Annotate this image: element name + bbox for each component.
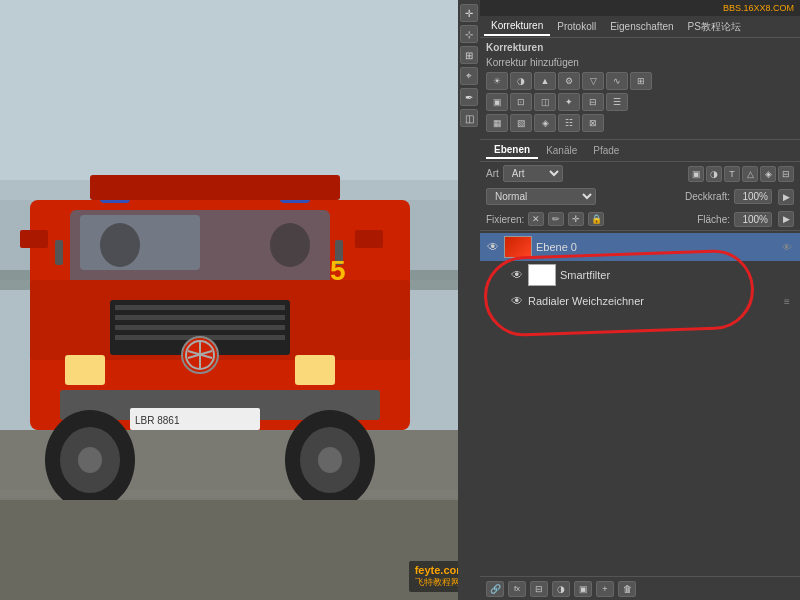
korr-icon-3[interactable]: ▲: [534, 72, 556, 90]
svg-rect-26: [90, 175, 340, 200]
svg-point-39: [318, 447, 342, 473]
layer-thumb-smartfilter: [528, 264, 556, 286]
layers-bottom: 🔗 fx ⊟ ◑ ▣ + 🗑: [480, 576, 800, 600]
layer-name-radial: Radialer Weichzeichner: [528, 295, 776, 307]
layer-badge-radial: ≡: [780, 294, 794, 308]
korr-icon-12[interactable]: ⊟: [582, 93, 604, 111]
svg-rect-12: [115, 315, 285, 320]
right-panel: BBS.16XX8.COM Korrekturen Protokoll Eige…: [480, 0, 800, 600]
svg-text:LBR 8861: LBR 8861: [135, 415, 180, 426]
sublayer-smartfilter[interactable]: 👁 Smartfilter: [480, 261, 800, 289]
tool-crop[interactable]: ⊞: [460, 46, 478, 64]
svg-text:5: 5: [330, 255, 346, 286]
layer-name-smartfilter: Smartfilter: [560, 269, 794, 281]
btn-link-layers[interactable]: 🔗: [486, 581, 504, 597]
korrekturen-title: Korrekturen: [486, 42, 794, 53]
panel-tabs-row: Korrekturen Protokoll Eigenschaften PS教程…: [480, 16, 800, 38]
tool-select[interactable]: ⊹: [460, 25, 478, 43]
layer-badge-ebene0: 👁: [780, 240, 794, 254]
site-url: BBS.16XX8.COM: [723, 3, 794, 13]
layer-name-ebene0: Ebene 0: [536, 241, 776, 253]
korr-icon-5[interactable]: ▽: [582, 72, 604, 90]
svg-rect-44: [355, 230, 383, 248]
kind-icon-smart[interactable]: ◈: [760, 166, 776, 182]
korr-icon-2[interactable]: ◑: [510, 72, 532, 90]
fix-icon-lock[interactable]: 🔒: [588, 212, 604, 226]
tab-ps-forum[interactable]: PS教程论坛: [681, 17, 748, 37]
korr-icon-8[interactable]: ▣: [486, 93, 508, 111]
korr-icon-15[interactable]: ▧: [510, 114, 532, 132]
svg-rect-21: [65, 355, 105, 385]
opacity-input[interactable]: [734, 189, 772, 204]
korr-icon-1[interactable]: ☀: [486, 72, 508, 90]
fix-icon-check[interactable]: ✕: [528, 212, 544, 226]
btn-delete-layer[interactable]: 🗑: [618, 581, 636, 597]
korr-icons-row1: ☀ ◑ ▲ ⚙ ▽ ∿ ⊞: [486, 72, 794, 90]
tool-move[interactable]: ✛: [460, 4, 478, 22]
kind-icon-delete[interactable]: ⊟: [778, 166, 794, 182]
btn-mask[interactable]: ⊟: [530, 581, 548, 597]
layer-item-ebene0[interactable]: 👁 Ebene 0 👁: [480, 233, 800, 261]
korr-icon-4[interactable]: ⚙: [558, 72, 580, 90]
korr-icon-9[interactable]: ⊡: [510, 93, 532, 111]
korr-icon-17[interactable]: ☷: [558, 114, 580, 132]
btn-group[interactable]: ▣: [574, 581, 592, 597]
flaeche-arrow[interactable]: ▶: [778, 211, 794, 227]
kind-icon-shape[interactable]: △: [742, 166, 758, 182]
top-bar: BBS.16XX8.COM: [480, 0, 800, 16]
svg-rect-27: [55, 240, 63, 265]
canvas-area: 5 LBR 8861: [0, 0, 480, 600]
svg-rect-43: [20, 230, 48, 248]
btn-new-layer[interactable]: +: [596, 581, 614, 597]
tab-pfade[interactable]: Pfade: [585, 143, 627, 158]
blend-row: Normal Auflösen Abdunkeln Multiplizieren…: [480, 185, 800, 208]
svg-rect-22: [295, 355, 335, 385]
eye-icon-radial[interactable]: 👁: [510, 294, 524, 308]
eye-icon-ebene0[interactable]: 👁: [486, 240, 500, 254]
fix-icon-pencil[interactable]: ✏: [548, 212, 564, 226]
tab-korrekturen[interactable]: Korrekturen: [484, 17, 550, 36]
korr-icon-10[interactable]: ◫: [534, 93, 556, 111]
fixieren-label: Fixieren:: [486, 214, 524, 225]
tab-eigenschaften[interactable]: Eigenschaften: [603, 18, 680, 35]
korrekturen-section: Korrekturen Korrektur hinzufügen ☀ ◑ ▲ ⚙…: [480, 38, 800, 140]
korr-icon-11[interactable]: ✦: [558, 93, 580, 111]
svg-point-30: [270, 223, 310, 267]
korr-icon-16[interactable]: ◈: [534, 114, 556, 132]
tool-eraser[interactable]: ◫: [460, 109, 478, 127]
fix-icon-move[interactable]: ✛: [568, 212, 584, 226]
btn-fx[interactable]: fx: [508, 581, 526, 597]
svg-point-29: [100, 223, 140, 267]
kind-label: Art: [486, 168, 499, 179]
layer-thumb-ebene0: [504, 236, 532, 258]
kind-icon-pixel[interactable]: ▣: [688, 166, 704, 182]
blend-mode-select[interactable]: Normal Auflösen Abdunkeln Multiplizieren: [486, 188, 596, 205]
kind-icons: ▣ ◑ T △ ◈ ⊟: [688, 166, 794, 182]
sublayer-radial[interactable]: 👁 Radialer Weichzeichner ≡: [480, 289, 800, 313]
flaeche-label: Fläche:: [697, 214, 730, 225]
eye-icon-smartfilter[interactable]: 👁: [510, 268, 524, 282]
kind-icon-text[interactable]: T: [724, 166, 740, 182]
opacity-label: Deckkraft:: [685, 191, 730, 202]
tab-protokoll[interactable]: Protokoll: [550, 18, 603, 35]
tool-brush[interactable]: ✒: [460, 88, 478, 106]
fixieren-row: Fixieren: ✕ ✏ ✛ 🔒 Fläche: ▶: [480, 208, 800, 231]
svg-rect-13: [115, 325, 285, 330]
flaeche-input[interactable]: [734, 212, 772, 227]
tab-kanaele[interactable]: Kanäle: [538, 143, 585, 158]
korr-icon-13[interactable]: ☰: [606, 93, 628, 111]
tool-eyedropper[interactable]: ⌖: [460, 67, 478, 85]
kind-select[interactable]: Art Pixel: [503, 165, 563, 182]
korr-icon-6[interactable]: ∿: [606, 72, 628, 90]
korr-icon-7[interactable]: ⊞: [630, 72, 652, 90]
btn-adjustment[interactable]: ◑: [552, 581, 570, 597]
tab-ebenen[interactable]: Ebenen: [486, 142, 538, 159]
korr-icon-14[interactable]: ▦: [486, 114, 508, 132]
korr-icon-18[interactable]: ⊠: [582, 114, 604, 132]
opacity-arrow[interactable]: ▶: [778, 189, 794, 205]
korr-subtitle: Korrektur hinzufügen: [486, 57, 794, 68]
svg-rect-8: [80, 215, 200, 270]
kind-icon-adjust[interactable]: ◑: [706, 166, 722, 182]
svg-rect-11: [115, 305, 285, 310]
svg-point-36: [78, 447, 102, 473]
